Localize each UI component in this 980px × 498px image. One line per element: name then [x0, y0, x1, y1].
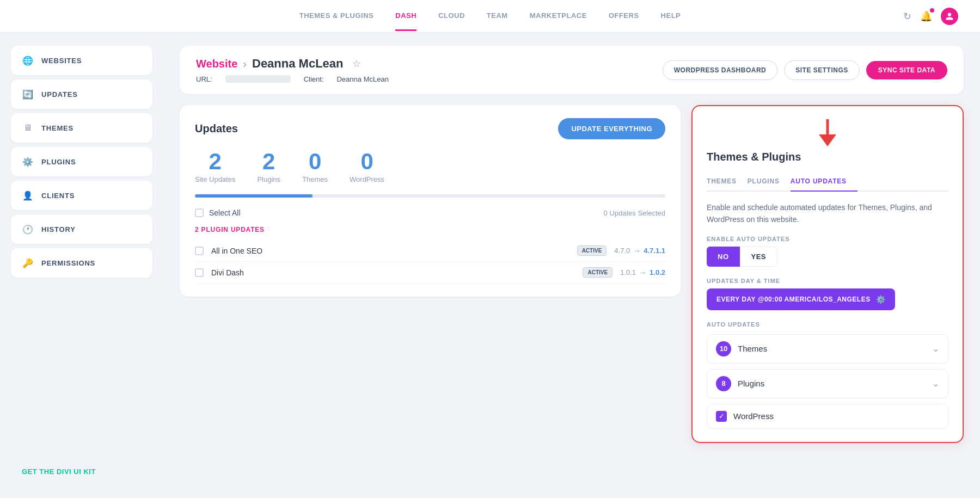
plugin-badge-seo: ACTIVE	[577, 245, 607, 256]
client-label: Client:	[304, 75, 324, 83]
plugin-checkbox-seo[interactable]	[195, 247, 204, 255]
auto-update-themes-row[interactable]: 10 Themes ⌄	[707, 334, 948, 364]
nav-team[interactable]: TEAM	[487, 2, 508, 31]
right-panel-title: Themes & Plugins	[707, 151, 948, 163]
stat-wordpress: 0 WordPress	[350, 150, 384, 183]
auto-update-plugins-name: Plugins	[738, 379, 764, 388]
panel-description: Enable and schedule automated updates fo…	[707, 201, 948, 226]
header-meta: URL: Client: Deanna McLean	[196, 75, 389, 83]
updates-panel: Updates UPDATE EVERYTHING 2 Site Updates…	[180, 105, 681, 297]
stat-themes: 0 Themes	[302, 150, 328, 183]
user-icon: 👤	[22, 189, 34, 201]
star-icon[interactable]: ☆	[352, 58, 361, 70]
sidebar-item-plugins[interactable]: ⚙️ PLUGINS	[11, 147, 152, 176]
stat-site-updates-label: Site Updates	[195, 175, 235, 183]
plugins-count-badge: 8	[716, 376, 731, 391]
wordpress-row[interactable]: ✓ WordPress	[707, 404, 948, 429]
themes-count-badge: 10	[716, 341, 731, 356]
svg-marker-1	[819, 134, 836, 146]
updates-selected-count: 0 Updates Selected	[604, 209, 665, 217]
header-left: Website › Deanna McLean ☆ URL: Client: D…	[196, 57, 389, 83]
schedule-label: UPDATES DAY & TIME	[707, 278, 948, 284]
globe-icon: 🌐	[22, 54, 34, 66]
nav-right-actions: ↻ 🔔	[903, 8, 958, 25]
arrow-indicator	[707, 119, 948, 146]
schedule-button[interactable]: EVERY DAY @00:00 AMERICA/LOS_ANGELES ⚙️	[707, 288, 895, 310]
stat-wordpress-number: 0	[350, 150, 384, 173]
schedule-section: UPDATES DAY & TIME EVERY DAY @00:00 AMER…	[707, 278, 948, 310]
key-icon: 🔑	[22, 257, 34, 269]
nav-marketplace[interactable]: MARKETPLACE	[530, 2, 587, 31]
stat-themes-number: 0	[302, 150, 328, 173]
stat-plugins-label: Plugins	[257, 175, 280, 183]
updates-header: Updates UPDATE EVERYTHING	[195, 118, 665, 139]
sidebar: 🌐 WEBSITES 🔄 UPDATES 🖥 THEMES ⚙️ PLUGINS…	[0, 33, 163, 498]
nav-dash[interactable]: DASH	[395, 2, 416, 31]
plugin-checkbox-divi[interactable]	[195, 268, 204, 277]
toggle-no-button[interactable]: NO	[707, 247, 740, 267]
tab-themes[interactable]: THEMES	[707, 172, 748, 192]
get-divi-kit-link[interactable]: GET THE DIVI UI KIT	[22, 468, 96, 476]
tab-plugins[interactable]: PLUGINS	[748, 172, 791, 192]
sidebar-bottom: GET THE DIVI UI KIT	[11, 458, 152, 485]
auto-update-themes-left: 10 Themes	[716, 341, 767, 356]
sidebar-item-themes[interactable]: 🖥 THEMES	[11, 113, 152, 143]
page-header: Website › Deanna McLean ☆ URL: Client: D…	[180, 46, 964, 94]
sidebar-label-clients: CLIENTS	[41, 192, 75, 200]
auto-update-plugins-left: 8 Plugins	[716, 376, 764, 391]
plugin-row-divi-dash: Divi Dash ACTIVE 1.0.1 → 1.0.2	[195, 262, 665, 284]
breadcrumb-website-link[interactable]: Website	[196, 58, 237, 70]
sidebar-item-permissions[interactable]: 🔑 PERMISSIONS	[11, 248, 152, 278]
plugin-row-all-in-one-seo: All in One SEO ACTIVE 4.7.0 → 4.7.1.1	[195, 240, 665, 262]
wordpress-dashboard-button[interactable]: WORDPRESS DASHBOARD	[663, 60, 778, 80]
sidebar-label-history: HISTORY	[41, 225, 76, 233]
url-value	[225, 75, 291, 83]
nav-offers[interactable]: OFFERS	[609, 2, 639, 31]
url-label: URL:	[196, 75, 212, 83]
right-panel-themes-plugins: Themes & Plugins THEMES PLUGINS AUTO UPD…	[691, 105, 964, 443]
stat-plugins: 2 Plugins	[257, 150, 280, 183]
auto-update-plugins-row[interactable]: 8 Plugins ⌄	[707, 369, 948, 398]
panel-tabs: THEMES PLUGINS AUTO UPDATES	[707, 172, 948, 192]
toggle-yes-button[interactable]: YES	[740, 247, 778, 267]
refresh-icon: 🔄	[22, 88, 34, 100]
tab-auto-updates[interactable]: AUTO UPDATES	[791, 172, 857, 192]
auto-updates-section-label: AUTO UPDATES	[707, 321, 948, 328]
updates-title: Updates	[195, 122, 238, 135]
main-content: Website › Deanna McLean ☆ URL: Client: D…	[163, 33, 980, 498]
update-everything-button[interactable]: UPDATE EVERYTHING	[558, 118, 665, 139]
sidebar-item-clients[interactable]: 👤 CLIENTS	[11, 181, 152, 210]
stat-plugins-number: 2	[257, 150, 280, 173]
nav-cloud[interactable]: CLOUD	[438, 2, 465, 31]
stat-site-updates-number: 2	[195, 150, 235, 173]
select-all-checkbox[interactable]	[195, 208, 204, 217]
progress-fill	[195, 194, 313, 198]
client-name: Deanna McLean	[336, 75, 388, 83]
site-settings-button[interactable]: SITE SETTINGS	[784, 60, 860, 80]
progress-track	[195, 194, 665, 198]
header-actions: WORDPRESS DASHBOARD SITE SETTINGS SYNC S…	[663, 60, 947, 80]
plugins-chevron-icon: ⌄	[932, 378, 939, 389]
main-layout: 🌐 WEBSITES 🔄 UPDATES 🖥 THEMES ⚙️ PLUGINS…	[0, 33, 980, 498]
nav-links: THEMES & PLUGINS DASH CLOUD TEAM MARKETP…	[299, 2, 681, 31]
nav-themes-plugins[interactable]: THEMES & PLUGINS	[299, 2, 374, 31]
refresh-icon[interactable]: ↻	[903, 10, 911, 22]
sidebar-label-plugins: PLUGINS	[41, 158, 76, 166]
toggle-row: NO YES	[707, 247, 948, 267]
schedule-value: EVERY DAY @00:00 AMERICA/LOS_ANGELES	[716, 296, 871, 303]
sidebar-item-history[interactable]: 🕐 HISTORY	[11, 214, 152, 244]
sidebar-item-websites[interactable]: 🌐 WEBSITES	[11, 46, 152, 75]
plugin-version-divi: 1.0.1 → 1.0.2	[620, 268, 665, 276]
select-all-label[interactable]: Select All	[195, 208, 241, 217]
sidebar-item-updates[interactable]: 🔄 UPDATES	[11, 79, 152, 109]
sync-site-data-button[interactable]: SYNC SITE DATA	[866, 61, 947, 79]
stats-row: 2 Site Updates 2 Plugins 0 Themes 0 Word…	[195, 150, 665, 183]
user-avatar[interactable]	[941, 8, 958, 25]
themes-chevron-icon: ⌄	[932, 343, 939, 354]
nav-help[interactable]: HELP	[661, 2, 681, 31]
wordpress-checkbox[interactable]: ✓	[716, 411, 727, 422]
clock-icon: 🕐	[22, 223, 34, 235]
bell-icon[interactable]: 🔔	[920, 10, 932, 22]
sidebar-label-updates: UPDATES	[41, 90, 78, 99]
breadcrumb-separator: ›	[243, 58, 247, 70]
